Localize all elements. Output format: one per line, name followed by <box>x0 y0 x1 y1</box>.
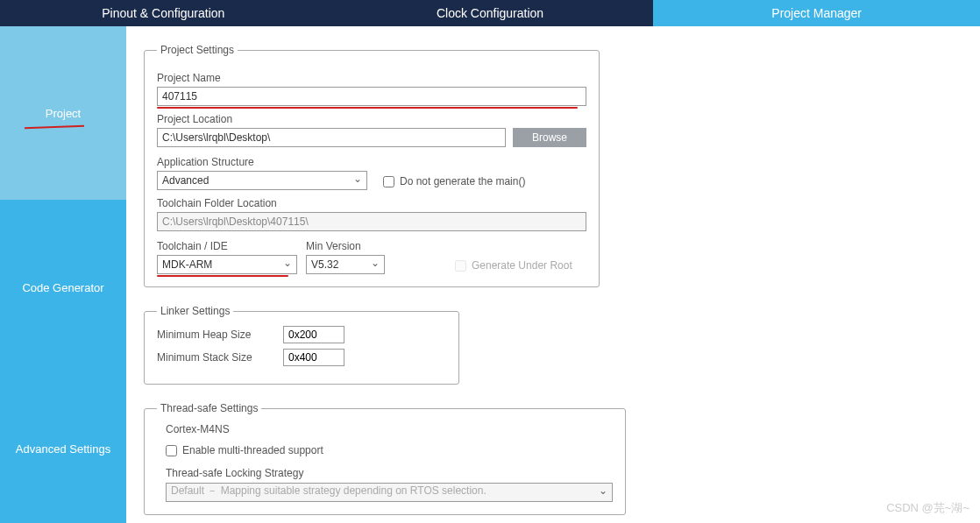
app-structure-label: Application Structure <box>157 156 367 168</box>
toolchain-folder-label: Toolchain Folder Location <box>157 197 586 209</box>
stack-size-input[interactable] <box>283 349 344 366</box>
heap-size-input[interactable] <box>283 326 344 343</box>
min-version-label: Min Version <box>306 240 385 252</box>
project-name-label: Project Name <box>157 72 586 84</box>
locking-strategy-select: Default － Mapping suitable strategy depe… <box>166 483 613 502</box>
project-settings-legend: Project Settings <box>157 44 238 56</box>
project-location-input[interactable] <box>157 128 506 147</box>
threadsafe-settings-group: Thread-safe Settings Cortex-M4NS Enable … <box>144 402 626 515</box>
project-settings-group: Project Settings Project Name Project Lo… <box>144 44 600 287</box>
browse-button[interactable]: Browse <box>513 128 586 147</box>
sidebar-item-advanced-settings[interactable]: Advanced Settings <box>0 375 126 523</box>
heap-size-label: Minimum Heap Size <box>157 329 271 341</box>
toolchain-ide-label: Toolchain / IDE <box>157 240 297 252</box>
sidebar: Project Code Generator Advanced Settings <box>0 26 126 523</box>
threadsafe-core-label: Cortex-M4NS <box>166 423 613 435</box>
generate-under-root-label: Generate Under Root <box>472 259 572 272</box>
app-structure-select[interactable]: Advanced <box>157 171 367 190</box>
toolchain-folder-input <box>157 212 586 231</box>
threadsafe-legend: Thread-safe Settings <box>157 402 261 414</box>
min-version-select[interactable]: V5.32 <box>306 255 385 274</box>
stack-size-label: Minimum Stack Size <box>157 351 271 364</box>
locking-strategy-label: Thread-safe Locking Strategy <box>166 467 613 479</box>
no-main-checkbox[interactable] <box>383 176 394 187</box>
enable-multithread-checkbox[interactable] <box>166 445 177 456</box>
project-location-label: Project Location <box>157 113 586 125</box>
watermark-text: CSDN @芫~湖~ <box>886 500 969 516</box>
sidebar-item-project[interactable]: Project <box>0 26 126 200</box>
top-tabs: Pinout & Configuration Clock Configurati… <box>0 0 980 26</box>
main-area: Project Code Generator Advanced Settings… <box>0 26 980 523</box>
tab-project-manager[interactable]: Project Manager <box>653 0 980 26</box>
sidebar-item-code-generator[interactable]: Code Generator <box>0 200 126 375</box>
generate-under-root-checkbox <box>455 260 466 272</box>
toolchain-ide-select[interactable]: MDK-ARM <box>157 255 297 274</box>
enable-multithread-label: Enable multi-threaded support <box>182 444 323 456</box>
linker-settings-group: Linker Settings Minimum Heap Size Minimu… <box>144 305 459 385</box>
tab-clock[interactable]: Clock Configuration <box>327 0 654 26</box>
no-main-label: Do not generate the main() <box>400 175 525 187</box>
content-panel: Project Settings Project Name Project Lo… <box>126 26 980 523</box>
linker-settings-legend: Linker Settings <box>157 305 233 317</box>
project-name-input[interactable] <box>157 87 586 106</box>
tab-pinout[interactable]: Pinout & Configuration <box>0 0 327 26</box>
